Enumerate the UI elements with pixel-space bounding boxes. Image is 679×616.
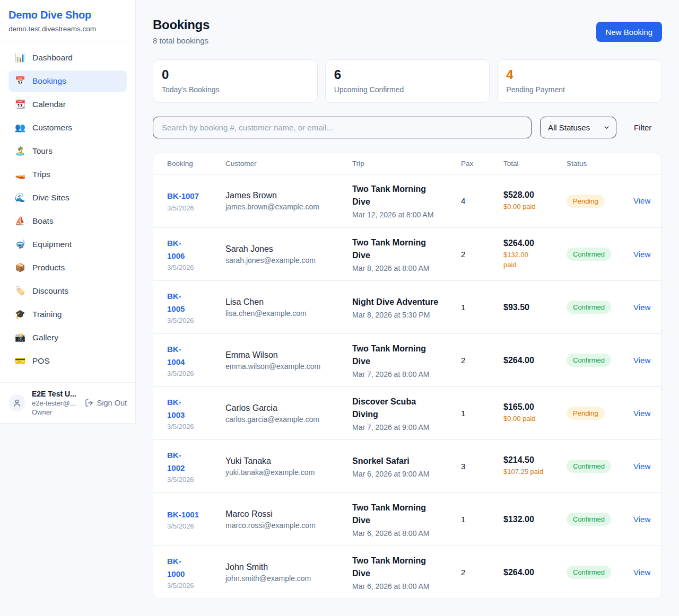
booking-id-link[interactable]: BK- 1006 bbox=[167, 237, 225, 262]
view-link[interactable]: View bbox=[633, 515, 650, 524]
search-input[interactable] bbox=[153, 117, 532, 138]
customer-email: emma.wilson@example.com bbox=[225, 362, 352, 371]
pax-count: 4 bbox=[461, 196, 465, 205]
user-section: E2E Test U... e2e-tester@... Owner Sign … bbox=[0, 382, 135, 423]
status-filter-value: All Statuses bbox=[548, 123, 590, 132]
sidebar-item[interactable]: 🎓 Training bbox=[8, 304, 127, 325]
sign-out-button[interactable]: Sign Out bbox=[85, 399, 127, 407]
table-row: BK-1007 3/5/2026 James Brown james.brown… bbox=[153, 174, 661, 227]
customer-email: james.brown@example.com bbox=[225, 203, 352, 211]
booking-id-link[interactable]: BK- 1005 bbox=[167, 290, 225, 315]
stat-value: 0 bbox=[162, 67, 309, 83]
shop-domain: demo.test.divestreams.com bbox=[8, 25, 127, 33]
sidebar-item[interactable]: 🏝️ Tours bbox=[8, 140, 127, 162]
user-role: Owner bbox=[32, 408, 79, 416]
view-link[interactable]: View bbox=[633, 356, 650, 365]
stat-card: 4 Pending Payment bbox=[497, 59, 662, 103]
booking-id-link[interactable]: BK- 1002 bbox=[167, 449, 225, 474]
trip-name: Discover Scuba Diving bbox=[352, 395, 454, 421]
trip-datetime: Mar 6, 2026 at 9:00 AM bbox=[352, 470, 454, 478]
total-amount: $264.00 bbox=[503, 356, 567, 365]
sidebar-item-label: Gallery bbox=[32, 333, 58, 342]
view-link[interactable]: View bbox=[633, 462, 650, 471]
view-link[interactable]: View bbox=[633, 250, 650, 259]
total-amount: $264.00 bbox=[503, 568, 567, 577]
sidebar-item[interactable]: 🏷️ Discounts bbox=[8, 280, 127, 302]
stat-label: Upcoming Confirmed bbox=[334, 85, 481, 94]
trip-name: Two Tank Morning Dive bbox=[352, 183, 454, 208]
pax-count: 1 bbox=[461, 303, 465, 312]
sidebar-item[interactable]: 📦 Products bbox=[8, 257, 127, 278]
page-header: Bookings 8 total bookings New Booking bbox=[153, 17, 662, 45]
view-link[interactable]: View bbox=[633, 409, 650, 418]
pax-count: 2 bbox=[461, 250, 465, 259]
trip-name: Night Dive Adventure bbox=[352, 296, 454, 309]
sidebar-item[interactable]: 🚤 Trips bbox=[8, 164, 127, 185]
chevron-down-icon bbox=[603, 124, 610, 131]
booking-id-link[interactable]: BK-1007 bbox=[167, 190, 225, 202]
booking-id-link[interactable]: BK-1001 bbox=[167, 508, 225, 521]
sidebar-item-label: Boats bbox=[32, 216, 54, 226]
col-header-pax: Pax bbox=[461, 160, 503, 168]
status-badge: Confirmed bbox=[567, 513, 611, 526]
sign-out-label: Sign Out bbox=[97, 399, 127, 407]
amount-paid: $107.25 paid bbox=[503, 467, 567, 477]
sidebar-item[interactable]: 💳 POS bbox=[8, 350, 127, 372]
sidebar-item[interactable]: 📅 Bookings bbox=[8, 71, 127, 92]
gallery-icon: 📸 bbox=[15, 333, 25, 342]
view-link[interactable]: View bbox=[633, 568, 650, 577]
booking-date: 3/5/2026 bbox=[167, 522, 225, 530]
booking-date: 3/5/2026 bbox=[167, 423, 225, 430]
stat-value: 4 bbox=[506, 67, 653, 83]
booking-id-link[interactable]: BK- 1004 bbox=[167, 343, 225, 368]
stat-value: 6 bbox=[334, 67, 481, 83]
new-booking-button[interactable]: New Booking bbox=[596, 22, 662, 42]
status-badge: Pending bbox=[567, 195, 605, 208]
booking-id-link[interactable]: BK- 1003 bbox=[167, 396, 225, 421]
sidebar-item-label: POS bbox=[32, 356, 50, 366]
view-link[interactable]: View bbox=[633, 303, 650, 312]
booking-id-link[interactable]: BK- 1000 bbox=[167, 555, 225, 580]
bookings-icon: 📅 bbox=[15, 77, 25, 85]
toolbar: All Statuses Filter bbox=[153, 117, 662, 138]
customer-name: Sarah Jones bbox=[225, 244, 352, 254]
filter-button[interactable]: Filter bbox=[625, 119, 660, 136]
col-header-customer: Customer bbox=[225, 160, 352, 168]
status-badge: Confirmed bbox=[567, 460, 611, 473]
sidebar-item[interactable]: 👥 Customers bbox=[8, 117, 127, 138]
customer-name: Marco Rossi bbox=[225, 509, 352, 519]
status-filter-select[interactable]: All Statuses bbox=[540, 117, 616, 138]
trip-datetime: Mar 8, 2026 at 5:30 PM bbox=[352, 311, 454, 319]
sidebar-item[interactable]: 🤿 Equipment bbox=[8, 234, 127, 255]
trip-name: Two Tank Morning Dive bbox=[352, 501, 454, 527]
sidebar-item[interactable]: ⛵ Boats bbox=[8, 210, 127, 232]
sidebar-item-label: Bookings bbox=[32, 76, 66, 86]
table-row: BK- 1002 3/5/2026 Yuki Tanaka yuki.tanak… bbox=[153, 439, 661, 492]
trip-datetime: Mar 8, 2026 at 8:00 AM bbox=[352, 264, 454, 272]
products-icon: 📦 bbox=[15, 263, 25, 272]
table-row: BK- 1000 3/5/2026 John Smith john.smith@… bbox=[153, 545, 661, 599]
col-header-status: Status bbox=[567, 160, 633, 168]
sidebar-item[interactable]: 🌊 Dive Sites bbox=[8, 187, 127, 208]
table-body: BK-1007 3/5/2026 James Brown james.brown… bbox=[153, 174, 661, 599]
brand-header: Demo Dive Shop demo.test.divestreams.com bbox=[0, 0, 135, 41]
customer-name: Emma Wilson bbox=[225, 350, 352, 360]
user-icon bbox=[13, 399, 21, 407]
shop-name: Demo Dive Shop bbox=[8, 9, 127, 21]
trip-name: Snorkel Safari bbox=[352, 455, 454, 468]
table-row: BK- 1004 3/5/2026 Emma Wilson emma.wilso… bbox=[153, 333, 661, 386]
stats-row: 0 Today's Bookings 6 Upcoming Confirmed … bbox=[153, 59, 662, 103]
sidebar-item[interactable]: 📊 Dashboard bbox=[8, 47, 127, 68]
customer-name: Yuki Tanaka bbox=[225, 456, 352, 466]
booking-date: 3/5/2026 bbox=[167, 582, 225, 589]
customer-name: Lisa Chen bbox=[225, 297, 352, 307]
sidebar-item-label: Training bbox=[32, 310, 62, 319]
view-link[interactable]: View bbox=[633, 196, 650, 205]
total-amount: $528.00 bbox=[503, 190, 567, 200]
sidebar-item[interactable]: 📸 Gallery bbox=[8, 327, 127, 348]
user-email: e2e-tester@... bbox=[32, 399, 79, 407]
main-content: Bookings 8 total bookings New Booking 0 … bbox=[153, 0, 662, 599]
total-amount: $132.00 bbox=[503, 515, 567, 524]
bookings-count-subtitle: 8 total bookings bbox=[153, 36, 210, 45]
sidebar-item[interactable]: 📆 Calendar bbox=[8, 94, 127, 115]
